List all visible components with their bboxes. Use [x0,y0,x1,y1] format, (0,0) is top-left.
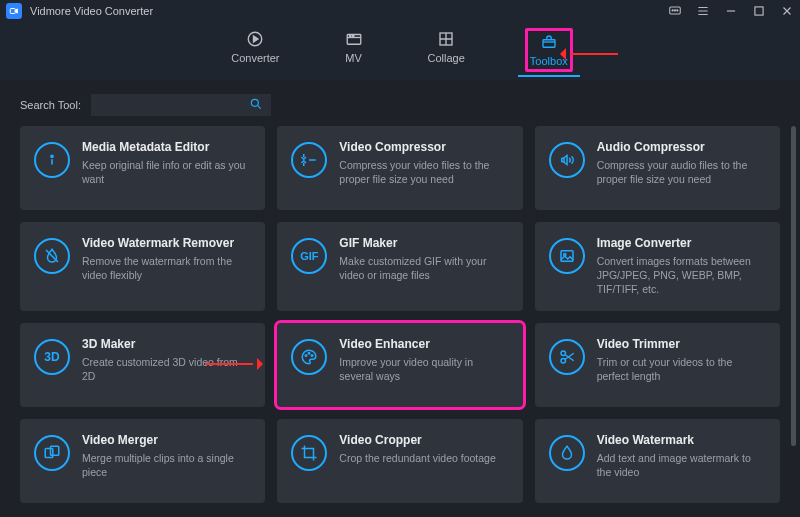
svg-point-18 [312,354,314,356]
merge-icon [34,435,70,471]
svg-point-20 [561,358,566,363]
tool-video-compressor[interactable]: Video Compressor Compress your video fil… [277,126,522,210]
svg-point-16 [306,354,308,356]
tool-gif-maker[interactable]: GIF GIF Maker Make customized GIF with y… [277,222,522,311]
maximize-icon[interactable] [752,4,766,18]
image-icon [549,238,585,274]
tool-title: Video Compressor [339,140,508,154]
3d-icon: 3D [34,339,70,375]
search-row: Search Tool: [0,80,800,126]
tool-desc: Trim or cut your videos to the perfect l… [597,355,766,383]
tool-title: Video Trimmer [597,337,766,351]
tool-title: Image Converter [597,236,766,250]
tool-desc: Compress your video files to the proper … [339,158,508,186]
search-icon[interactable] [249,97,263,114]
svg-point-8 [349,35,351,37]
tool-title: Media Metadata Editor [82,140,251,154]
compress-icon [291,142,327,178]
search-label: Search Tool: [20,99,81,111]
tool-title: 3D Maker [82,337,251,351]
tab-toolbox[interactable]: Toolbox [525,28,573,72]
tool-video-cropper[interactable]: Video Cropper Crop the redundant video f… [277,419,522,503]
svg-point-17 [309,352,311,354]
svg-point-12 [251,99,258,106]
tool-video-enhancer[interactable]: Video Enhancer Improve your video qualit… [277,323,522,407]
svg-rect-21 [45,448,53,457]
tool-title: Video Merger [82,433,251,447]
tab-label: Converter [231,52,279,64]
svg-point-13 [51,155,53,157]
svg-rect-22 [51,446,59,455]
tool-title: GIF Maker [339,236,508,250]
scissors-icon [549,339,585,375]
tab-collage[interactable]: Collage [424,28,469,72]
tool-video-watermark-remover[interactable]: Video Watermark Remover Remove the water… [20,222,265,311]
palette-icon [291,339,327,375]
tool-desc: Compress your audio files to the proper … [597,158,766,186]
tool-desc: Keep original file info or edit as you w… [82,158,251,186]
tab-label: MV [345,52,362,64]
tool-video-merger[interactable]: Video Merger Merge multiple clips into a… [20,419,265,503]
svg-point-9 [352,35,354,37]
search-box[interactable] [91,94,271,116]
svg-point-19 [561,351,566,356]
feedback-icon[interactable] [668,4,682,18]
tab-converter[interactable]: Converter [227,28,283,72]
tool-video-trimmer[interactable]: Video Trimmer Trim or cut your videos to… [535,323,780,407]
tool-desc: Merge multiple clips into a single piece [82,451,251,479]
tool-desc: Add text and image watermark to the vide… [597,451,766,479]
watermark-icon [549,435,585,471]
crop-icon [291,435,327,471]
svg-rect-14 [561,251,573,262]
search-input[interactable] [99,99,249,111]
tool-title: Video Watermark [597,433,766,447]
svg-rect-11 [543,40,555,48]
tab-label: Toolbox [530,55,568,67]
tool-audio-compressor[interactable]: Audio Compressor Compress your audio fil… [535,126,780,210]
tool-desc: Convert images formats between JPG/JPEG,… [597,254,766,297]
scrollbar[interactable] [791,126,796,446]
svg-point-4 [677,10,678,11]
svg-point-3 [674,10,675,11]
header-nav: Converter MV Collage Toolbox [0,22,800,80]
svg-rect-5 [755,7,763,15]
tool-scroll-area: Media Metadata Editor Keep original file… [0,126,800,517]
titlebar: Vidmore Video Converter [0,0,800,22]
tool-desc: Crop the redundant video footage [339,451,495,465]
gif-icon: GIF [291,238,327,274]
minimize-icon[interactable] [724,4,738,18]
drop-icon [34,238,70,274]
tab-label: Collage [428,52,465,64]
tool-3d-maker[interactable]: 3D 3D Maker Create customized 3D video f… [20,323,265,407]
tool-grid: Media Metadata Editor Keep original file… [20,126,780,503]
tool-title: Audio Compressor [597,140,766,154]
tool-desc: Create customized 3D video from 2D [82,355,251,383]
tool-desc: Improve your video quality in several wa… [339,355,508,383]
tool-desc: Remove the watermark from the video flex… [82,254,251,282]
tool-title: Video Watermark Remover [82,236,251,250]
audio-compress-icon [549,142,585,178]
tool-title: Video Enhancer [339,337,508,351]
app-title: Vidmore Video Converter [30,5,153,17]
tool-media-metadata-editor[interactable]: Media Metadata Editor Keep original file… [20,126,265,210]
menu-icon[interactable] [696,4,710,18]
tool-desc: Make customized GIF with your video or i… [339,254,508,282]
app-logo [6,3,22,19]
svg-rect-0 [10,9,15,14]
tool-title: Video Cropper [339,433,495,447]
tab-mv[interactable]: MV [340,28,368,72]
info-icon [34,142,70,178]
tool-video-watermark[interactable]: Video Watermark Add text and image water… [535,419,780,503]
svg-point-2 [672,10,673,11]
tool-image-converter[interactable]: Image Converter Convert images formats b… [535,222,780,311]
close-icon[interactable] [780,4,794,18]
